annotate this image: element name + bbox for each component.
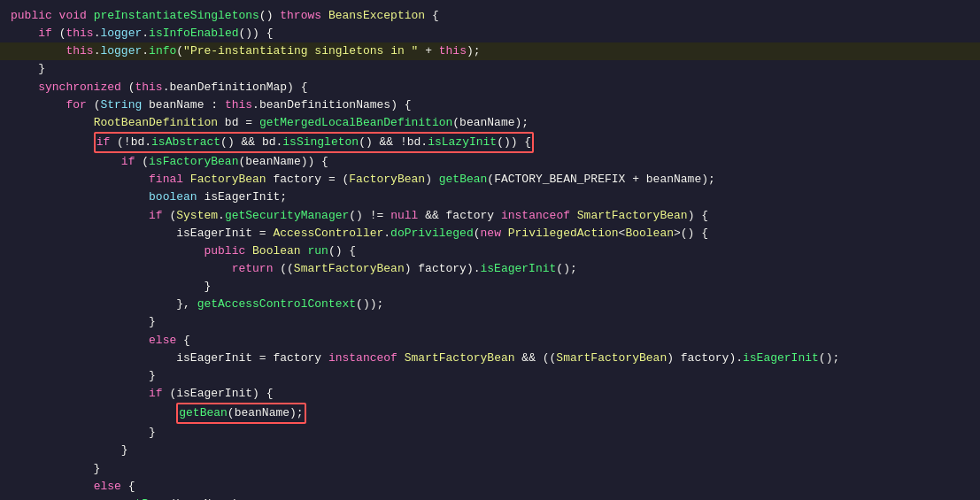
keyword: for xyxy=(66,96,93,114)
keyword: boolean xyxy=(149,188,204,206)
code-text: = ( xyxy=(321,171,349,188)
variable: isEagerInit xyxy=(176,350,252,367)
code-line: for (String beanName : this.beanDefiniti… xyxy=(0,96,980,114)
method-call: isFactoryBean xyxy=(149,153,238,171)
code-text: () != xyxy=(349,207,390,225)
keyword: this xyxy=(135,79,162,96)
code-text: = xyxy=(252,225,273,242)
class-name: SmartFactoryBean xyxy=(577,207,688,225)
method-name: preInstantiateSingletons xyxy=(94,7,259,25)
code-line: final FactoryBean factory = (FactoryBean… xyxy=(0,171,980,188)
code-line: isEagerInit = factory instanceof SmartFa… xyxy=(0,350,980,367)
code-line: } xyxy=(0,278,980,296)
keyword: else xyxy=(149,332,183,350)
code-text: >() { xyxy=(674,225,708,242)
code-text: < xyxy=(619,225,626,242)
method-call: getSecurityManager xyxy=(225,207,349,225)
code-text: && (( xyxy=(521,350,556,367)
code-line: getBean(beanName); xyxy=(0,496,980,500)
code-text xyxy=(11,171,149,188)
code-text: (FACTORY_BEAN_PREFIX + beanName); xyxy=(487,171,714,188)
class-name: Boolean xyxy=(625,225,674,242)
code-text xyxy=(11,260,232,278)
code-text: (); xyxy=(819,350,839,367)
keyword: return xyxy=(232,260,281,278)
code-text: { xyxy=(425,7,439,25)
class-name: SmartFactoryBean xyxy=(294,260,405,278)
code-line: if (this.logger.isInfoEnabled()) { xyxy=(0,25,980,42)
code-text: : xyxy=(211,96,225,114)
keyword: if xyxy=(38,25,58,42)
string-literal: "Pre-instantiating singletons in " xyxy=(183,42,418,60)
method-call: getBean xyxy=(439,171,488,188)
method-call: isInfoEnabled xyxy=(149,25,238,42)
method-call: isEagerInit xyxy=(481,260,557,278)
code-text xyxy=(11,225,176,242)
code-text: ) factory). xyxy=(405,260,481,278)
code-line: } xyxy=(0,442,980,459)
code-text: ; xyxy=(280,188,287,206)
method-call: isSingleton xyxy=(282,135,359,149)
code-text xyxy=(11,404,176,422)
code-text: ()) { xyxy=(239,25,274,42)
keyword: if xyxy=(149,207,169,225)
code-text: ( xyxy=(128,79,135,96)
class-name: PrivilegedAction xyxy=(508,225,619,242)
code-line: if (isFactoryBean(beanName)) { xyxy=(0,153,980,171)
keyword: public xyxy=(204,242,252,260)
class-name: SmartFactoryBean xyxy=(405,350,522,367)
code-text: (); xyxy=(556,260,576,278)
variable: isEagerInit xyxy=(204,188,280,206)
highlighted-code-box-2: getBean(beanName); xyxy=(176,403,305,424)
code-text: () && !bd. xyxy=(359,135,428,149)
code-line: public void preInstantiateSingletons() t… xyxy=(0,7,980,25)
class-name: BeansException xyxy=(328,7,425,25)
method-call: isLazyInit xyxy=(428,135,497,149)
keyword: null xyxy=(390,207,425,225)
class-name: RootBeanDefinition xyxy=(94,114,218,132)
code-text: ( xyxy=(94,96,101,114)
method-call: run xyxy=(307,242,328,260)
code-line-boxed2: getBean(beanName); xyxy=(0,403,980,424)
highlighted-code-box: if (!bd.isAbstract() && bd.isSingleton()… xyxy=(94,132,535,153)
keyword: this xyxy=(66,42,93,60)
code-text: . xyxy=(383,225,390,242)
keyword: if xyxy=(121,153,142,171)
code-line: isEagerInit = AccessController.doPrivile… xyxy=(0,225,980,242)
code-text: { xyxy=(128,478,135,496)
code-text xyxy=(11,350,176,367)
code-line: synchronized (this.beanDefinitionMap) { xyxy=(0,79,980,96)
code-text: . xyxy=(94,42,101,60)
code-text: (( xyxy=(280,260,294,278)
code-text: () && bd. xyxy=(220,135,282,149)
code-line: } xyxy=(0,424,980,442)
keyword: final xyxy=(149,171,190,188)
code-line: } xyxy=(0,460,980,478)
code-text: ) factory). xyxy=(667,350,743,367)
method-call: info xyxy=(149,42,176,60)
code-text xyxy=(11,496,121,500)
method-call: doPrivileged xyxy=(390,225,474,242)
variable: bd xyxy=(131,135,145,149)
code-text: . xyxy=(142,25,149,42)
code-text: ) xyxy=(425,171,439,188)
code-text: . xyxy=(142,42,149,60)
code-text: ( xyxy=(474,225,481,242)
code-text: } xyxy=(11,442,128,459)
keyword: throws xyxy=(280,7,328,25)
keyword: instanceof xyxy=(328,350,405,367)
code-editor: public void preInstantiateSingletons() t… xyxy=(0,0,980,500)
code-text: + xyxy=(418,42,438,60)
keyword: void xyxy=(59,7,94,25)
code-line: else { xyxy=(0,332,980,350)
code-text xyxy=(11,134,94,151)
class-name: FactoryBean xyxy=(349,171,425,188)
class-name: FactoryBean xyxy=(190,171,274,188)
keyword: if xyxy=(149,385,169,403)
code-text: ( xyxy=(59,25,66,42)
code-text: ()); xyxy=(356,296,383,313)
code-text xyxy=(11,332,149,350)
code-text: . xyxy=(144,135,151,149)
variable: logger xyxy=(100,25,142,42)
method-call: getAccessControlContext xyxy=(197,296,356,313)
